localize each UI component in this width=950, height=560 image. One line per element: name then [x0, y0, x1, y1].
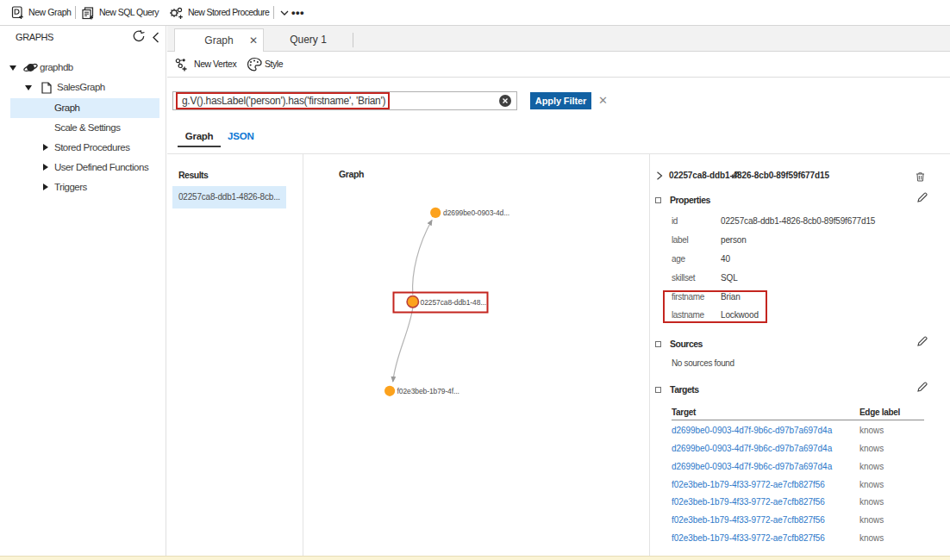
svg-text:d2699be0-0903-4d...: d2699be0-0903-4d...: [443, 208, 509, 217]
svg-text:f02e3beb-1b79-4f...: f02e3beb-1b79-4f...: [397, 387, 459, 395]
svg-text:02257ca8-ddb1-48...: 02257ca8-ddb1-48...: [421, 298, 487, 307]
